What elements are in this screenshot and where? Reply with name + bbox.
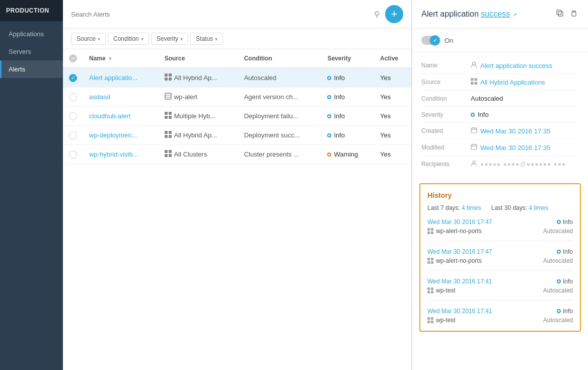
detail-field-value: Alert application success — [471, 61, 579, 69]
filter-status-button[interactable]: Status ▾ — [190, 33, 223, 45]
svg-rect-50 — [427, 291, 430, 293]
table-row[interactable]: asdasd wp-alertAgent version ch...InfoYe… — [63, 88, 411, 107]
source-type-icon — [165, 73, 172, 82]
severity-dot-icon — [557, 220, 561, 224]
select-all-checkbox[interactable] — [69, 54, 77, 62]
severity-dot-icon — [557, 250, 561, 254]
history-section: History Last 7 days: 4 times Last 30 day… — [419, 183, 581, 332]
row-checkbox[interactable] — [69, 151, 77, 159]
detail-field-label: Created — [421, 127, 467, 134]
svg-rect-17 — [165, 154, 168, 157]
svg-rect-51 — [431, 291, 433, 293]
row-checkbox[interactable] — [69, 93, 77, 101]
alerts-table-container: Name ▾ Source Condition Severity Active … — [63, 49, 411, 370]
severity-dot-icon — [327, 133, 331, 137]
alert-name-link[interactable]: wp-hybrid-visib... — [89, 151, 138, 158]
sort-arrow-icon: ▾ — [109, 56, 111, 61]
table-row[interactable]: cloudhub-alert Multiple Hyb...Deployment… — [63, 107, 411, 126]
active-value: Yes — [374, 107, 411, 126]
history-entry-condition: Autoscaled — [543, 317, 573, 324]
svg-rect-40 — [427, 228, 430, 231]
history-entry-date: Wed Mar 30 2016 17:47 — [427, 218, 492, 226]
sidebar-item-alerts[interactable]: Alerts — [0, 60, 63, 78]
row-checkbox[interactable] — [69, 112, 77, 120]
filter-condition-button[interactable]: Condition ▾ — [108, 33, 149, 45]
detail-title: Alert application success ↗ — [421, 10, 517, 19]
svg-rect-35 — [471, 144, 477, 150]
history-entry-condition: Autoscaled — [543, 228, 573, 235]
svg-rect-21 — [572, 12, 576, 16]
detail-title-link[interactable]: success — [481, 10, 510, 18]
sidebar-item-applications[interactable]: Applications — [0, 25, 63, 43]
svg-rect-4 — [165, 93, 171, 99]
alert-toggle[interactable] — [421, 36, 439, 45]
table-row[interactable]: wp-hybrid-visib... All ClustersCluster p… — [63, 145, 411, 164]
sidebar-item-servers[interactable]: Servers — [0, 43, 63, 60]
active-value: Yes — [374, 126, 411, 145]
alert-name-link[interactable]: cloudhub-alert — [89, 112, 130, 120]
calendar-icon — [471, 127, 477, 135]
delete-button[interactable] — [569, 8, 579, 20]
svg-rect-48 — [427, 287, 430, 290]
alert-name-link[interactable]: Alert applicatio... — [89, 74, 137, 82]
filter-severity-button[interactable]: Severity ▾ — [151, 33, 188, 45]
history-entries: Wed Mar 30 2016 17:47 Info wp-alert-no-p… — [427, 218, 573, 324]
search-input[interactable] — [71, 11, 369, 18]
svg-rect-19 — [558, 12, 563, 16]
history-title: History — [427, 191, 573, 199]
sidebar-nav: Applications Servers Alerts — [0, 21, 63, 78]
svg-rect-54 — [427, 321, 430, 323]
severity-value: Info — [327, 112, 368, 120]
active-value: Yes — [374, 88, 411, 107]
col-source: Source — [159, 49, 238, 68]
history-entry-condition: Autoscaled — [543, 287, 573, 294]
col-condition: Condition — [238, 49, 322, 68]
svg-rect-43 — [431, 232, 433, 234]
history-last30: Last 30 days: 4 times — [491, 204, 548, 211]
history-last7: Last 7 days: 4 times — [427, 204, 481, 211]
detail-field-row: NameAlert application success — [421, 57, 579, 74]
source-type-icon — [165, 131, 172, 139]
source-value: All Clusters — [165, 150, 207, 159]
toggle-label: On — [445, 37, 453, 44]
toggle-knob — [430, 35, 440, 45]
col-name: Name ▾ — [83, 49, 159, 68]
source-type-icon — [165, 112, 172, 120]
table-row[interactable]: Alert applicatio... All Hybrid Ap...Auto… — [63, 68, 411, 88]
alert-name-link[interactable]: asdasd — [89, 93, 110, 101]
detail-field-label: Severity — [421, 111, 467, 118]
history-entry-severity: Info — [557, 308, 573, 315]
table-row[interactable]: wp-deploymen... All Hybrid Ap...Deployme… — [63, 126, 411, 145]
svg-rect-49 — [431, 287, 433, 290]
history-entry-source: wp-alert-no-ports — [427, 228, 482, 235]
svg-rect-45 — [431, 258, 433, 260]
severity-value: Info — [327, 93, 368, 101]
detail-field-label: Condition — [421, 95, 467, 102]
filter-bar: Source ▾ Condition ▾ Severity ▾ Status ▾ — [63, 29, 411, 49]
condition-value: Cluster presents ... — [238, 145, 322, 164]
active-value: Yes — [374, 68, 411, 88]
svg-rect-7 — [165, 112, 168, 115]
svg-rect-9 — [165, 116, 168, 119]
col-severity: Severity — [321, 49, 374, 68]
chevron-down-icon: ▾ — [141, 36, 143, 42]
filter-source-button[interactable]: Source ▾ — [71, 33, 106, 45]
search-icon[interactable]: ⚲ — [374, 10, 380, 19]
svg-point-39 — [473, 161, 475, 164]
source-value: wp-alert — [165, 93, 197, 101]
severity-dot-icon — [327, 76, 331, 80]
svg-rect-53 — [431, 317, 433, 320]
search-bar: ⚲ + — [63, 0, 411, 29]
svg-rect-11 — [165, 131, 168, 134]
row-checkbox[interactable] — [69, 131, 77, 139]
condition-value: Agent version ch... — [238, 88, 322, 107]
severity-dot-icon — [557, 309, 561, 313]
row-checkbox[interactable] — [69, 74, 77, 82]
person-icon — [471, 160, 477, 168]
history-entry-condition: Autoscaled — [543, 257, 573, 264]
history-stats: Last 7 days: 4 times Last 30 days: 4 tim… — [427, 204, 573, 211]
copy-button[interactable] — [555, 8, 565, 20]
add-alert-button[interactable]: + — [385, 5, 403, 23]
alert-name-link[interactable]: wp-deploymen... — [89, 131, 137, 139]
svg-rect-15 — [165, 150, 168, 153]
